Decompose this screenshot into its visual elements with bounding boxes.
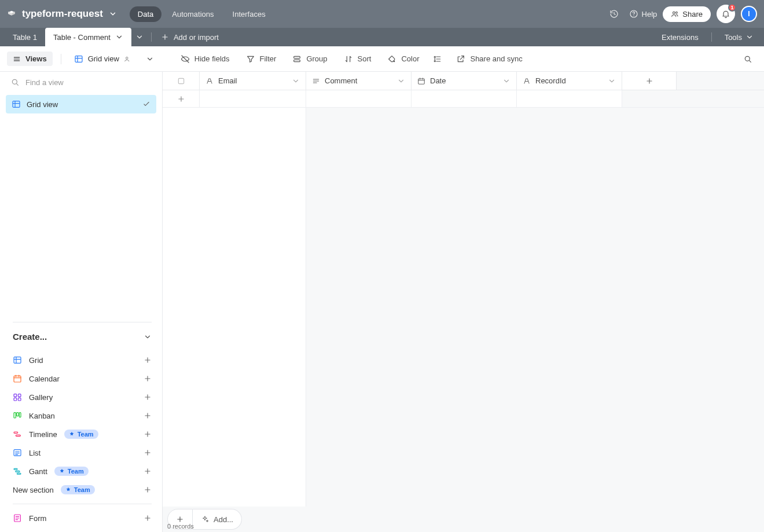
create-view-gantt[interactable]: Gantt Team (13, 462, 152, 480)
create-view-form[interactable]: Form (13, 509, 152, 532)
filter-button[interactable]: Filter (239, 52, 284, 67)
svg-rect-13 (14, 376, 21, 382)
table-tab-1[interactable]: Table - Comment (45, 28, 131, 46)
svg-point-8 (394, 60, 395, 62)
plus-icon[interactable] (144, 412, 152, 420)
row-height-button[interactable] (428, 52, 447, 67)
team-badge: Team (61, 485, 95, 494)
create-view-calendar[interactable]: Calendar (13, 369, 152, 388)
svg-point-1 (633, 16, 634, 16)
column-label: Date (430, 76, 446, 85)
create-view-list[interactable]: List (13, 443, 152, 462)
empty-first-cell[interactable] (200, 90, 306, 107)
add-record-row[interactable] (163, 90, 764, 108)
svg-rect-21 (14, 432, 18, 433)
add-record-plus[interactable] (163, 90, 200, 107)
plus-icon[interactable] (144, 356, 152, 364)
create-item-label: Form (29, 514, 46, 523)
nav-automations[interactable]: Automations (164, 6, 222, 22)
people-icon (671, 10, 679, 18)
search-button[interactable] (739, 50, 757, 68)
plus-icon[interactable] (144, 467, 152, 475)
chevron-down-icon[interactable] (146, 55, 154, 63)
views-sidebar-toggle[interactable]: Views (7, 52, 53, 66)
chevron-down-icon[interactable] (608, 77, 616, 85)
column-header-email[interactable]: Email (200, 72, 306, 90)
sort-button[interactable]: Sort (337, 52, 379, 67)
calendar-icon (13, 374, 22, 383)
current-view-button[interactable]: Grid view (69, 52, 159, 67)
svg-rect-15 (18, 394, 21, 397)
divider (61, 54, 61, 64)
add-column-button[interactable] (622, 72, 677, 90)
nav-interfaces[interactable]: Interfaces (225, 6, 274, 22)
create-view-gallery[interactable]: Gallery (13, 388, 152, 406)
plus-icon[interactable] (144, 514, 152, 522)
list-icon (13, 448, 22, 457)
create-view-timeline[interactable]: Timeline Team (13, 425, 152, 443)
main-body: Find a view Grid view Create... (0, 72, 764, 532)
create-item-label: Kanban (29, 412, 55, 420)
plus-icon[interactable] (144, 393, 152, 401)
column-header-date[interactable]: Date (412, 72, 517, 90)
plus-icon[interactable] (144, 449, 152, 457)
gantt-icon (13, 467, 22, 476)
create-view-grid[interactable]: Grid (13, 351, 152, 369)
select-all-checkbox[interactable] (163, 72, 200, 90)
create-view-section[interactable]: New section Team (13, 480, 152, 499)
share-sync-button[interactable]: Share and sync (449, 52, 529, 67)
empty-cell[interactable] (412, 90, 517, 107)
extensions-label: Extensions (662, 33, 699, 42)
view-item-grid[interactable]: Grid view (6, 95, 156, 113)
hide-fields-button[interactable]: Hide fields (174, 52, 237, 67)
column-label: RecordId (535, 76, 566, 85)
group-button[interactable]: Group (285, 52, 334, 67)
plus-icon[interactable] (144, 375, 152, 383)
svg-rect-19 (17, 413, 19, 416)
check-icon (142, 100, 150, 108)
color-label: Color (401, 54, 419, 63)
create-view-header[interactable]: Create... (13, 322, 152, 351)
svg-rect-4 (75, 56, 82, 62)
notifications-button[interactable]: 1 (717, 5, 735, 23)
table-tab-0[interactable]: Table 1 (5, 28, 45, 46)
color-button[interactable]: Color (380, 52, 426, 67)
create-view-section: Create... Grid Calendar (0, 322, 162, 532)
empty-cell[interactable] (517, 90, 622, 107)
tabs-right: Extensions Tools (651, 31, 764, 44)
column-header-recordid[interactable]: RecordId (517, 72, 622, 90)
grid-bottom-bar: Add... (163, 507, 764, 532)
chevron-down-icon[interactable] (292, 77, 300, 85)
chevron-down-icon[interactable] (115, 33, 123, 41)
tables-menu-button[interactable] (131, 28, 148, 46)
plus-icon[interactable] (144, 430, 152, 438)
column-header-comment[interactable]: Comment (306, 72, 412, 90)
create-item-label: New section (13, 486, 54, 494)
share-button[interactable]: Share (663, 6, 711, 22)
create-view-kanban[interactable]: Kanban (13, 406, 152, 425)
chevron-down-icon[interactable] (502, 77, 510, 85)
chevron-down-icon[interactable] (397, 77, 405, 85)
kanban-icon (13, 411, 22, 420)
sparkle-icon (201, 515, 209, 523)
timeline-icon (13, 430, 22, 439)
filter-label: Filter (260, 54, 277, 63)
plus-icon[interactable] (144, 486, 152, 494)
menu-icon (13, 55, 21, 63)
base-title-block[interactable]: typeform-request (7, 8, 117, 20)
create-item-label: Gallery (29, 393, 53, 402)
add-or-import-button[interactable]: Add or import (155, 33, 225, 42)
svg-rect-11 (13, 101, 20, 108)
nav-data[interactable]: Data (130, 6, 161, 22)
tools-button[interactable]: Tools (719, 31, 759, 44)
empty-cell[interactable] (306, 90, 412, 107)
help-button[interactable]: Help (629, 9, 658, 19)
add-with-ai-button[interactable]: Add... (193, 509, 242, 530)
history-button[interactable] (605, 5, 623, 23)
group-label: Group (306, 54, 327, 63)
column-label: Comment (325, 76, 357, 85)
extensions-button[interactable]: Extensions (656, 31, 704, 44)
chevron-down-icon (144, 333, 152, 341)
find-view-input[interactable]: Find a view (0, 72, 162, 93)
user-avatar[interactable]: I (741, 6, 757, 22)
